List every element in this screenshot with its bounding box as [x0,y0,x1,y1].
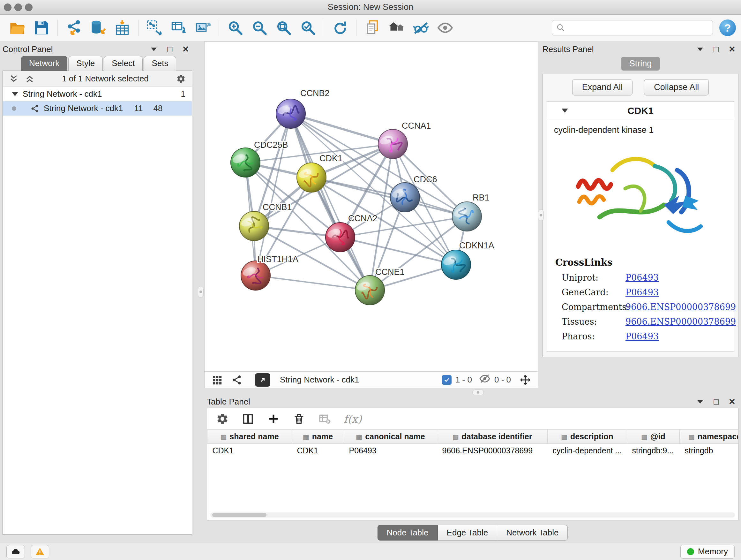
open-session-button[interactable] [5,17,29,38]
selected-indicator-checkbox[interactable] [442,375,452,385]
tab-select[interactable]: Select [104,56,143,71]
save-session-button[interactable] [29,17,54,38]
warnings-button[interactable] [30,545,49,558]
import-network-file-button[interactable] [62,17,86,38]
apply-layout-button[interactable] [328,17,352,38]
column-header[interactable]: ▦name [292,430,344,444]
collapse-all-button[interactable]: Collapse All [644,79,709,96]
export-image-button[interactable] [191,17,215,38]
memory-button[interactable]: Memory [680,545,735,559]
zoom-in-button[interactable] [223,17,247,38]
zoom-window-button[interactable] [25,3,32,11]
node-CCNA1[interactable] [378,129,408,159]
network-collection-row[interactable]: String Network - cdk1 1 [3,87,192,101]
results-panel-menu-button[interactable] [694,44,706,55]
network-options-gear-button[interactable] [175,72,187,85]
show-columns-button[interactable] [242,413,254,425]
table-panel-float-button[interactable]: □ [710,396,723,407]
tab-edge-table[interactable]: Edge Table [438,525,497,541]
table-tabs: Node TableEdge TableNetwork Table [207,525,738,541]
network-from-selection-button[interactable] [142,17,166,38]
menu-triangle-icon [697,48,703,51]
table-from-network-button[interactable] [166,17,191,38]
results-panel-close-button[interactable]: ✕ [726,44,738,55]
table-panel-menu-button[interactable] [694,396,706,407]
tab-network[interactable]: Network [21,56,67,71]
pan-tool-button[interactable] [518,373,533,387]
column-header[interactable]: ▦shared name [207,430,292,444]
table-panel-close-button[interactable]: ✕ [726,396,738,407]
close-window-button[interactable] [4,3,11,11]
expand-all-button[interactable]: Expand All [572,79,633,96]
crosslink-value-link[interactable]: 9606.ENSP00000378699 [625,300,736,314]
import-network-database-button[interactable] [86,17,110,38]
cloud-status-button[interactable] [6,545,25,558]
control-panel-close-button[interactable]: ✕ [179,44,192,55]
table-options-gear-button[interactable] [216,413,229,425]
tab-network-table[interactable]: Network Table [497,525,568,541]
tab-string[interactable]: String [621,57,660,71]
collapse-all-tree-button[interactable] [23,72,36,85]
splitter-handle[interactable] [198,286,204,298]
column-header[interactable]: ▦description [548,430,627,444]
collapse-triangle-icon[interactable] [12,92,18,96]
toolbar-search[interactable] [552,20,713,36]
horizontal-scrollbar-thumb[interactable] [212,513,266,517]
network-row[interactable]: String Network - cdk1 11 48 [3,101,192,116]
hidden-indicator-icon[interactable] [479,373,490,387]
column-header[interactable]: ▦namespace [680,430,738,444]
minimize-window-button[interactable] [14,3,22,11]
string-settings-button[interactable] [229,373,244,387]
hide-selected-button[interactable] [409,17,433,38]
collapse-section-icon[interactable] [562,109,568,113]
column-header[interactable]: ▦canonical name [344,430,437,444]
network-graph[interactable]: CCNB2CCNA1CDC25BCDK1CDC6RB1CCNB1CCNA2CDK… [205,42,538,371]
legend-button[interactable] [385,17,409,38]
column-header[interactable]: ▦@id [627,430,680,444]
help-button[interactable]: ? [719,19,736,36]
delete-column-button[interactable] [293,413,306,425]
table-row[interactable]: CDK1CDK1P064939606.ENSP00000378699cyclin… [207,444,738,458]
zoom-selected-button[interactable] [296,17,320,38]
show-all-button[interactable] [433,17,457,38]
grid-view-button[interactable] [210,373,224,387]
splitter-handle[interactable] [472,389,484,395]
tab-node-table[interactable]: Node Table [378,525,438,541]
node-CDKN1A[interactable] [441,250,471,279]
results-panel-float-button[interactable]: □ [710,44,723,55]
node-CDK1[interactable] [297,163,326,192]
copy-document-button[interactable] [360,17,385,38]
crosslink-value-link[interactable]: 9606.ENSP00000378699 [625,314,736,329]
node-RB1[interactable] [452,202,482,231]
add-column-button[interactable] [267,413,280,425]
crosslink-value-link[interactable]: P06493 [625,329,659,344]
node-CDC6[interactable] [390,183,420,212]
crosslink-value-link[interactable]: P06493 [625,270,659,285]
control-panel-float-button[interactable]: □ [163,44,176,55]
node-CCNB1[interactable] [239,211,269,241]
splitter-handle[interactable] [538,209,544,221]
node-CDC25B[interactable] [231,148,260,177]
node-CCNB2[interactable] [276,99,306,128]
edge-HIST1H1A-CCNE1[interactable] [256,275,370,290]
network-canvas[interactable]: CCNB2CCNA1CDC25BCDK1CDC6RB1CCNB1CCNA2CDK… [205,42,538,371]
control-panel-menu-button[interactable] [147,44,160,55]
zoom-out-button[interactable] [247,17,272,38]
tab-style[interactable]: Style [68,56,103,71]
delete-table-button[interactable] [318,413,331,425]
node-HIST1H1A[interactable] [241,261,270,290]
search-input[interactable] [569,23,709,33]
function-builder-button[interactable]: f(x) [344,413,362,425]
zoom-fit-button[interactable] [272,17,296,38]
edge-CCNB2-CCNA1[interactable] [291,114,393,144]
column-header[interactable]: ▦database identifier [437,430,548,444]
cloud-icon [10,547,21,557]
edge-CCNB2-CCNE1[interactable] [291,114,370,290]
expand-all-tree-button[interactable] [7,72,20,85]
node-CCNA2[interactable] [326,223,355,252]
crosslink-value-link[interactable]: P06493 [625,285,659,300]
tab-sets[interactable]: Sets [144,56,176,71]
open-in-browser-button[interactable] [255,373,270,387]
import-table-button[interactable] [110,17,134,38]
node-CCNE1[interactable] [355,275,385,305]
